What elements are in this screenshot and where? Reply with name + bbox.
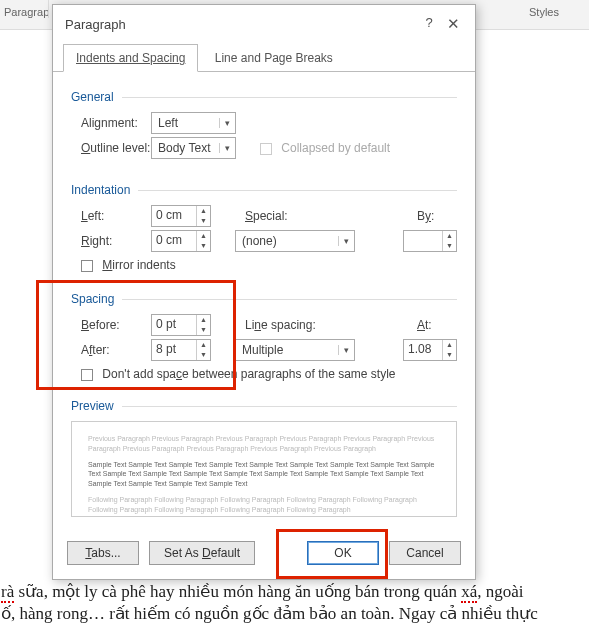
chevron-down-icon: ▾	[338, 236, 354, 246]
line-spacing-combo[interactable]: Multiple ▾	[235, 339, 355, 361]
section-header: Preview	[71, 399, 114, 413]
collapsed-label: Collapsed by default	[281, 141, 390, 155]
spinner-arrows-icon[interactable]: ▲▼	[196, 315, 210, 335]
section-preview: Preview	[71, 399, 457, 413]
mirror-label: Mirror indents	[102, 258, 175, 272]
help-button[interactable]: ?	[417, 15, 441, 33]
no-space-label: Don't add space between paragraphs of th…	[102, 367, 395, 381]
outline-label: Outline level:	[71, 141, 151, 155]
spinner-arrows-icon[interactable]: ▲▼	[442, 231, 456, 251]
tab-label: Line and Page Breaks	[215, 51, 333, 65]
special-label: Special:	[235, 209, 325, 223]
line-spacing-value: Multiple	[236, 343, 338, 357]
ok-button[interactable]: OK	[307, 541, 379, 565]
special-value: (none)	[236, 234, 338, 248]
text-span: xá	[461, 582, 477, 603]
spinner-arrows-icon[interactable]: ▲▼	[196, 206, 210, 226]
before-label: Before:	[71, 318, 151, 332]
section-header: Spacing	[71, 292, 114, 306]
preview-box: Previous Paragraph Previous Paragraph Pr…	[71, 421, 457, 517]
preview-sample: Sample Text Sample Text Sample Text Samp…	[88, 460, 440, 489]
spinner-arrows-icon[interactable]: ▲▼	[196, 231, 210, 251]
chevron-down-icon: ▾	[219, 143, 235, 153]
section-spacing: Spacing	[71, 292, 457, 306]
dialog-body: General Alignment: Left ▾ Outline level:…	[53, 72, 475, 533]
right-indent-value: 0 cm	[152, 231, 196, 251]
before-spinner[interactable]: 0 pt ▲▼	[151, 314, 211, 336]
right-indent-spinner[interactable]: 0 cm ▲▼	[151, 230, 211, 252]
checkbox-icon	[81, 369, 93, 381]
line-spacing-label: Line spacing:	[235, 318, 325, 332]
tabs-button[interactable]: Tabs...	[67, 541, 139, 565]
section-indentation: Indentation	[71, 183, 457, 197]
text-span: sữa, một ly cà phê hay nhiều món hàng ăn…	[14, 582, 461, 601]
text-span: ố, hàng rong… rất hiếm có nguồn gốc đảm …	[1, 604, 538, 623]
preview-follow: Following Paragraph Following Paragraph …	[88, 495, 440, 515]
at-spinner[interactable]: 1.08 ▲▼	[403, 339, 457, 361]
before-value: 0 pt	[152, 315, 196, 335]
after-label: After:	[71, 343, 151, 357]
at-label: At:	[407, 318, 457, 332]
collapsed-checkbox: Collapsed by default	[260, 141, 390, 155]
close-button[interactable]: ✕	[441, 15, 465, 33]
preview-prev: Previous Paragraph Previous Paragraph Pr…	[88, 434, 440, 454]
text-span: rà	[1, 582, 14, 603]
section-rule	[122, 97, 457, 98]
ribbon-divider	[48, 0, 49, 18]
by-label: By:	[407, 209, 457, 223]
section-rule	[138, 190, 457, 191]
alignment-label: Alignment:	[71, 116, 151, 130]
spinner-arrows-icon[interactable]: ▲▼	[196, 340, 210, 360]
tab-strip: Indents and Spacing Line and Page Breaks	[53, 43, 475, 72]
section-general: General	[71, 90, 457, 104]
alignment-value: Left	[152, 116, 219, 130]
alignment-combo[interactable]: Left ▾	[151, 112, 236, 134]
left-indent-value: 0 cm	[152, 206, 196, 226]
spinner-arrows-icon[interactable]: ▲▼	[442, 340, 456, 360]
special-combo[interactable]: (none) ▾	[235, 230, 355, 252]
mirror-indents-checkbox[interactable]: Mirror indents	[71, 258, 176, 272]
chevron-down-icon: ▾	[338, 345, 354, 355]
after-spinner[interactable]: 8 pt ▲▼	[151, 339, 211, 361]
ribbon-group-styles: Styles	[529, 6, 559, 18]
ribbon-group-paragraph: Paragrap	[4, 6, 49, 18]
by-spinner[interactable]: ▲▼	[403, 230, 457, 252]
outline-combo[interactable]: Body Text ▾	[151, 137, 236, 159]
cancel-button[interactable]: Cancel	[389, 541, 461, 565]
tab-label: Indents and Spacing	[76, 51, 185, 65]
no-space-checkbox[interactable]: Don't add space between paragraphs of th…	[71, 367, 396, 381]
tab-indents-spacing[interactable]: Indents and Spacing	[63, 44, 198, 72]
text-span: , ngoài	[477, 582, 523, 601]
tab-line-page-breaks[interactable]: Line and Page Breaks	[202, 44, 346, 71]
right-indent-label: Right:	[71, 234, 151, 248]
left-indent-spinner[interactable]: 0 cm ▲▼	[151, 205, 211, 227]
checkbox-icon	[81, 260, 93, 272]
titlebar: Paragraph ? ✕	[53, 5, 475, 39]
checkbox-icon	[260, 143, 272, 155]
button-row: Tabs... Set As Default OK Cancel	[53, 533, 475, 579]
at-value: 1.08	[404, 340, 442, 360]
section-rule	[122, 299, 457, 300]
after-value: 8 pt	[152, 340, 196, 360]
by-value	[404, 231, 442, 251]
set-default-button[interactable]: Set As Default	[149, 541, 255, 565]
section-rule	[122, 406, 457, 407]
dialog-title: Paragraph	[65, 17, 417, 32]
document-text[interactable]: rà sữa, một ly cà phê hay nhiều món hàng…	[1, 581, 588, 625]
left-indent-label: Left:	[71, 209, 151, 223]
chevron-down-icon: ▾	[219, 118, 235, 128]
section-header: General	[71, 90, 114, 104]
section-header: Indentation	[71, 183, 130, 197]
paragraph-dialog: Paragraph ? ✕ Indents and Spacing Line a…	[52, 4, 476, 580]
outline-value: Body Text	[152, 141, 219, 155]
